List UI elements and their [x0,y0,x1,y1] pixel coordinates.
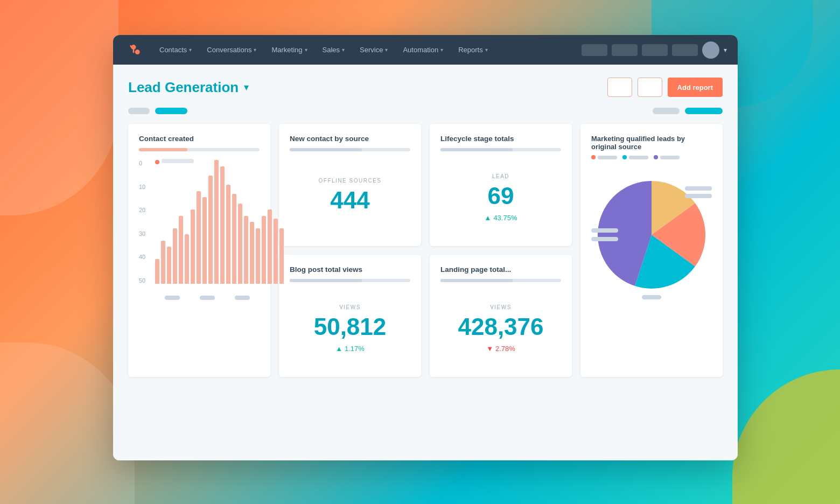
chart-bar [208,176,213,284]
mql-legend-item-2 [622,155,648,159]
new-contact-title: New contact by source [290,135,410,143]
up-arrow-icon: ▲ [485,214,492,222]
automation-chevron-icon: ▾ [440,47,443,53]
filter-pill-4[interactable] [685,108,723,114]
chart-bar [262,216,266,284]
mql-dot-1 [591,155,596,159]
mql-legend-row [591,155,712,159]
blog-post-title: Blog post total views [290,265,410,274]
chart-bar [191,209,195,284]
chart-bar [232,194,236,284]
pie-chart [591,165,712,305]
lead-change: ▲ 43.75% [485,214,517,222]
chart-bar [226,185,230,284]
chart-bar [268,209,272,284]
landing-page-bar [440,279,561,282]
reports-chevron-icon: ▾ [485,47,488,53]
mql-dot-2 [622,155,627,159]
nav-pill-3[interactable] [642,44,668,56]
navbar: Contacts ▾ Conversations ▾ Marketing ▾ S… [113,35,738,65]
nav-item-automation[interactable]: Automation ▾ [395,35,451,65]
card-lifecycle-stage: Lifecycle stage totals LEAD 69 ▲ 43.75% [430,124,572,246]
title-wrap: Lead Generation ▾ [128,79,249,96]
filter-button-2[interactable] [638,78,662,97]
card-landing-page: Landing page total... VIEWS 428,376 ▼ 2.… [430,255,572,377]
card-new-contact-source: New contact by source OFFLINE SOURCES 44… [279,124,421,246]
page-title: Lead Generation [128,79,239,96]
lifecycle-inner: LEAD 69 ▲ 43.75% [440,160,561,235]
blog-post-inner: VIEWS 50,812 ▲ 1.17% [290,291,410,366]
chart-bars [155,160,260,284]
chart-bar [197,191,201,284]
nav-item-marketing[interactable]: Marketing ▾ [264,35,314,65]
svg-rect-3 [135,51,138,53]
dashboard-header: Lead Generation ▾ Add report [128,78,723,97]
nav-item-service[interactable]: Service ▾ [352,35,395,65]
chart-bar [155,259,159,284]
new-contact-bar [290,148,410,151]
filter-pill-1[interactable] [128,108,150,114]
chart-bar [244,216,248,284]
nav-items: Contacts ▾ Conversations ▾ Marketing ▾ S… [152,35,582,65]
lifecycle-bar [440,148,561,151]
nav-pill-4[interactable] [672,44,698,56]
chart-bar [173,228,177,284]
main-window: Contacts ▾ Conversations ▾ Marketing ▾ S… [113,35,738,460]
lifecycle-title: Lifecycle stage totals [440,135,561,143]
nav-pill-2[interactable] [612,44,638,56]
landing-views-value: 428,376 [458,313,543,340]
blog-post-bar [290,279,410,282]
blog-views-change: ▲ 1.17% [335,345,365,353]
landing-views-change: ▼ 2.78% [486,345,515,353]
landing-views-label: VIEWS [490,304,512,310]
service-chevron-icon: ▾ [385,47,388,53]
pie-bottom-label [642,295,661,299]
chart-bar [179,216,183,284]
new-contact-inner: OFFLINE SOURCES 444 [290,160,410,235]
chart-bar [202,197,207,284]
chart-bar [167,247,171,284]
chart-bar [214,160,219,284]
avatar[interactable] [702,41,719,59]
dashboard: Lead Generation ▾ Add report [113,65,738,460]
sales-chevron-icon: ▾ [342,47,345,53]
mql-legend-item-1 [591,155,617,159]
contacts-chevron-icon: ▾ [189,47,192,53]
filter-left [128,108,187,114]
nav-item-reports[interactable]: Reports ▾ [451,35,495,65]
offline-sources-label: OFFLINE SOURCES [319,178,382,184]
chart-bar [279,228,284,284]
conversations-chevron-icon: ▾ [254,47,256,53]
add-report-button[interactable]: Add report [668,78,723,97]
nav-item-contacts[interactable]: Contacts ▾ [152,35,199,65]
chart-bar [161,241,165,284]
filter-bar [128,108,723,114]
filter-pill-3[interactable] [653,108,680,114]
landing-page-inner: VIEWS 428,376 ▼ 2.78% [440,291,561,366]
filter-pill-2[interactable] [155,108,187,114]
pie-left-legend [591,228,618,241]
filter-button-1[interactable] [607,78,632,97]
pie-legend-right-2 [685,194,712,198]
hubspot-logo[interactable] [124,40,143,60]
pie-legend-left-1 [591,228,618,233]
nav-item-sales[interactable]: Sales ▾ [315,35,353,65]
lead-label: LEAD [492,173,509,179]
blog-views-label: VIEWS [339,304,361,310]
landing-page-title: Landing page total... [440,265,561,274]
pie-legend-right-1 [685,186,712,191]
pie-right-legend [685,186,712,198]
header-actions: Add report [607,78,723,97]
filter-right [653,108,723,114]
offline-sources-value: 444 [330,187,369,214]
nav-item-conversations[interactable]: Conversations ▾ [199,35,264,65]
chart-y-labels: 50 40 30 20 10 0 [139,160,153,284]
marketing-chevron-icon: ▾ [305,47,307,53]
chart-bar [250,222,254,284]
title-dropdown-icon[interactable]: ▾ [244,81,249,93]
mql-title: Marketing qualified leads by original so… [591,135,712,151]
mql-legend-item-3 [654,155,680,159]
account-chevron-icon[interactable]: ▾ [724,46,727,54]
nav-pill-1[interactable] [582,44,607,56]
contact-created-title: Contact created [139,135,260,143]
